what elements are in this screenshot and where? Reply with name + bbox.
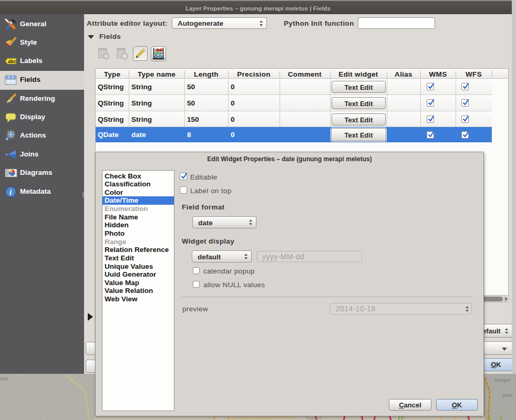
- svg-text:abc: abc: [8, 59, 16, 64]
